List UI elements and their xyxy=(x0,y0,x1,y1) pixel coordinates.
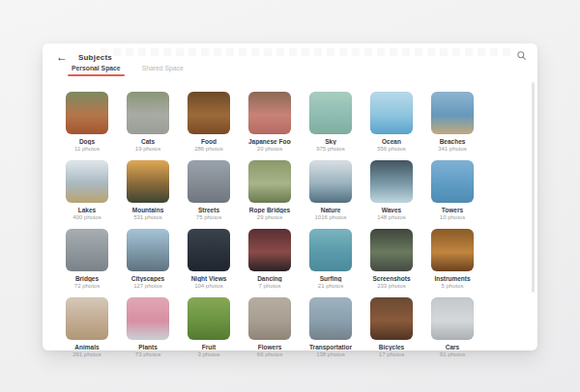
subject-count: 75 photos xyxy=(188,214,230,220)
subject-card[interactable]: Animals 261 photos xyxy=(66,297,108,357)
subject-count: 556 photos xyxy=(370,146,413,152)
subject-card[interactable]: Cityscapes 127 photos xyxy=(127,229,169,289)
subject-label: Beaches xyxy=(431,138,474,145)
subject-count: 341 photos xyxy=(431,146,474,152)
subject-label: Fruit xyxy=(188,344,230,350)
subject-count: 400 photos xyxy=(66,214,108,220)
subject-count: 21 photos xyxy=(309,283,352,289)
subject-thumbnail xyxy=(370,297,413,340)
subject-count: 3 photos xyxy=(188,351,230,357)
tab-bar: Personal Space Shared Space xyxy=(72,65,184,76)
subject-thumbnail xyxy=(66,297,108,340)
subject-count: 261 photos xyxy=(66,351,108,357)
subject-label: Streets xyxy=(188,207,230,213)
subject-thumbnail xyxy=(248,229,291,271)
subject-label: Dogs xyxy=(66,138,108,145)
subject-label: Mountains xyxy=(127,207,169,213)
subject-thumbnail xyxy=(431,160,474,203)
subject-thumbnail xyxy=(309,92,352,134)
subject-card[interactable]: Transportation 138 photos xyxy=(309,297,352,357)
subject-label: Japanese Food xyxy=(248,138,291,145)
subject-card[interactable]: Bicycles 17 photos xyxy=(370,297,413,357)
subject-label: Cars xyxy=(431,344,474,350)
subject-thumbnail xyxy=(248,160,291,203)
subject-count: 17 photos xyxy=(370,351,413,357)
subject-count: 233 photos xyxy=(370,283,413,289)
subject-card[interactable]: Fruit 3 photos xyxy=(188,297,230,357)
subject-label: Lakes xyxy=(66,207,108,213)
subject-thumbnail xyxy=(309,160,352,203)
subject-count: 73 photos xyxy=(127,351,169,357)
subject-card[interactable]: Sky 975 photos xyxy=(309,92,352,152)
subject-label: Food xyxy=(188,138,230,145)
subject-label: Dancing xyxy=(248,275,291,282)
subject-thumbnail xyxy=(431,297,474,340)
search-icon[interactable] xyxy=(514,48,528,62)
subject-count: 10 photos xyxy=(431,214,474,220)
tab-personal-space[interactable]: Personal Space xyxy=(72,65,121,76)
subject-thumbnail xyxy=(127,229,169,271)
subject-card[interactable]: Dogs 11 photos xyxy=(66,92,108,152)
subject-count: 29 photos xyxy=(248,214,291,220)
subject-count: 1016 photos xyxy=(309,214,352,220)
subject-card[interactable]: Mountains 531 photos xyxy=(127,160,169,220)
subject-count: 72 photos xyxy=(66,283,108,289)
subject-label: Bridges xyxy=(66,275,108,282)
subject-label: Instruments xyxy=(431,275,474,282)
subject-card[interactable]: Rope Bridges 29 photos xyxy=(248,160,291,220)
subject-count: 148 photos xyxy=(370,214,413,220)
ghost-thumbnails-strip xyxy=(101,48,514,56)
vertical-scrollbar[interactable] xyxy=(532,82,535,293)
header: ← Subjects xyxy=(54,49,112,65)
subject-card[interactable]: Nature 1016 photos xyxy=(309,160,352,220)
subject-card[interactable]: Plants 73 photos xyxy=(127,297,169,357)
subject-thumbnail xyxy=(309,229,352,271)
subject-card[interactable]: Food 286 photos xyxy=(188,92,230,152)
subject-count: 7 photos xyxy=(248,283,291,289)
subject-label: Nature xyxy=(309,207,352,213)
subject-label: Bicycles xyxy=(370,344,413,350)
subject-thumbnail xyxy=(248,92,291,134)
subject-count: 20 photos xyxy=(248,146,291,152)
subject-card[interactable]: Cars 91 photos xyxy=(431,297,474,357)
tab-shared-space[interactable]: Shared Space xyxy=(142,65,184,76)
subject-card[interactable]: Beaches 341 photos xyxy=(431,92,474,152)
subject-card[interactable]: Night Views 104 photos xyxy=(188,229,230,289)
subject-card[interactable]: Instruments 5 photos xyxy=(431,229,474,289)
subject-count: 5 photos xyxy=(431,283,474,289)
subject-card[interactable]: Dancing 7 photos xyxy=(248,229,291,289)
subject-label: Waves xyxy=(370,207,413,213)
subject-card[interactable]: Cats 19 photos xyxy=(127,92,169,152)
subject-thumbnail xyxy=(188,160,230,203)
subject-thumbnail xyxy=(431,92,474,134)
subject-card[interactable]: Screenshots 233 photos xyxy=(370,229,413,289)
subject-label: Ocean xyxy=(370,138,413,145)
subject-card[interactable]: Towers 10 photos xyxy=(431,160,474,220)
subject-label: Sky xyxy=(309,138,352,145)
subject-card[interactable]: Japanese Food 20 photos xyxy=(248,92,291,152)
subject-count: 975 photos xyxy=(309,146,352,152)
subject-count: 66 photos xyxy=(248,351,291,357)
subject-count: 138 photos xyxy=(309,351,352,357)
subject-thumbnail xyxy=(248,297,291,340)
subject-thumbnail xyxy=(127,160,169,203)
subject-card[interactable]: Waves 148 photos xyxy=(370,160,413,220)
subject-card[interactable]: Flowers 66 photos xyxy=(248,297,291,357)
page-title: Subjects xyxy=(78,53,112,62)
subject-count: 127 photos xyxy=(127,283,169,289)
subject-label: Rope Bridges xyxy=(248,207,291,213)
subject-card[interactable]: Ocean 556 photos xyxy=(370,92,413,152)
back-arrow-icon[interactable]: ← xyxy=(54,49,70,65)
subject-label: Surfing xyxy=(309,275,352,282)
subject-label: Flowers xyxy=(248,344,291,350)
subject-card[interactable]: Surfing 21 photos xyxy=(309,229,352,289)
subject-card[interactable]: Lakes 400 photos xyxy=(66,160,108,220)
subject-thumbnail xyxy=(370,229,413,271)
subject-thumbnail xyxy=(66,160,108,203)
subject-card[interactable]: Streets 75 photos xyxy=(188,160,230,220)
subject-label: Animals xyxy=(66,344,108,350)
subject-label: Plants xyxy=(127,344,169,350)
subject-thumbnail xyxy=(127,297,169,340)
subject-thumbnail xyxy=(370,92,413,134)
subject-card[interactable]: Bridges 72 photos xyxy=(66,229,108,289)
